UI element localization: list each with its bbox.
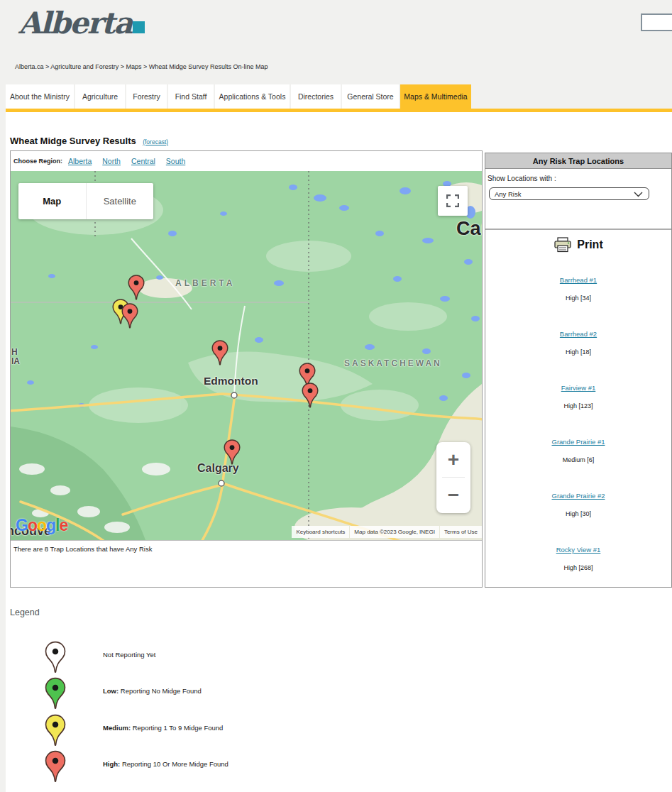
trap-marker-high[interactable] bbox=[302, 383, 319, 408]
filter-area: Show Locations with : Any Risk bbox=[485, 169, 671, 229]
map-panel: Choose Region: Alberta North Central Sou… bbox=[10, 150, 483, 588]
tab-general-store[interactable]: General Store bbox=[342, 84, 399, 109]
trap-location-item: Rocky View #1 High [268] bbox=[485, 542, 671, 596]
label-bc-partial-2: IA bbox=[11, 356, 20, 366]
trap-location-value: High [34] bbox=[485, 295, 671, 302]
zoom-out-button[interactable]: − bbox=[436, 478, 470, 512]
trap-marker-high[interactable] bbox=[128, 275, 145, 300]
nav-tabs: About the Ministry Agriculture Forestry … bbox=[6, 84, 473, 109]
print-label: Print bbox=[577, 238, 602, 251]
map-type-control: Map Satellite bbox=[18, 183, 153, 219]
tab-forestry[interactable]: Forestry bbox=[126, 84, 167, 109]
red-pin-icon bbox=[45, 750, 66, 783]
choose-region-bar: Choose Region: Alberta North Central Sou… bbox=[11, 151, 482, 171]
trap-location-link[interactable]: Grande Prairie #1 bbox=[552, 438, 605, 446]
trap-location-item: Grande Prairie #1 Medium [6] bbox=[485, 434, 671, 488]
region-link-south[interactable]: South bbox=[166, 157, 185, 165]
label-bc-partial-1: H bbox=[11, 347, 18, 357]
green-pin-icon bbox=[45, 677, 66, 710]
map-view-button[interactable]: Map bbox=[18, 183, 86, 219]
trap-location-link[interactable]: Barrhead #1 bbox=[560, 276, 597, 284]
map-data-text: Map data ©2023 Google, INEGI bbox=[350, 526, 439, 538]
region-link-alberta[interactable]: Alberta bbox=[68, 157, 92, 165]
filter-label: Show Locations with : bbox=[488, 175, 671, 182]
alberta-logo[interactable]: Alberta bbox=[18, 6, 145, 50]
tab-applications-tools[interactable]: Applications & Tools bbox=[215, 84, 290, 109]
trap-location-item: Grande Prairie #2 High [30] bbox=[485, 488, 671, 542]
sidebar-title: Any Risk Trap Locations bbox=[485, 153, 671, 169]
alberta-logo-text: Alberta bbox=[18, 6, 131, 40]
risk-filter-select[interactable]: Any Risk bbox=[489, 187, 649, 200]
trap-marker-high[interactable] bbox=[211, 340, 228, 365]
trap-location-value: Medium [6] bbox=[485, 456, 671, 463]
trap-location-item: Barrhead #1 High [34] bbox=[485, 273, 671, 326]
yellow-pin-icon bbox=[45, 714, 66, 747]
legend-label: Not Reporting Yet bbox=[103, 651, 155, 659]
trap-location-link[interactable]: Grande Prairie #2 bbox=[552, 492, 605, 500]
map-attribution: Keyboard shortcuts Map data ©2023 Google… bbox=[291, 526, 482, 538]
forecast-link[interactable]: (forecast) bbox=[143, 138, 168, 145]
page-root: Alberta Alberta.ca > Agriculture and For… bbox=[0, 0, 672, 792]
legend-label: Medium: Reporting 1 To 9 Midge Found bbox=[103, 724, 223, 732]
search-input[interactable] bbox=[641, 13, 672, 31]
trap-location-item: Barrhead #2 High [18] bbox=[485, 326, 671, 380]
legend-item-not-reporting: Not Reporting Yet bbox=[45, 641, 66, 675]
breadcrumb[interactable]: Alberta.ca > Agriculture and Forestry > … bbox=[15, 63, 268, 70]
zoom-in-button[interactable]: + bbox=[436, 442, 470, 477]
page-title: Wheat Midge Survey Results bbox=[10, 136, 136, 146]
google-map[interactable]: ALBERTA SASKATCHEWAN Edmonton Calgary Ca… bbox=[11, 171, 482, 540]
print-and-list-section: Print Barrhead #1 High [34] Barrhead #2 … bbox=[485, 229, 671, 586]
trap-location-value: High [18] bbox=[485, 348, 671, 356]
legend-item-medium: Medium: Reporting 1 To 9 Midge Found bbox=[45, 714, 66, 748]
legend-item-low: Low: Reporting No Midge Found bbox=[45, 677, 66, 711]
map-terrain bbox=[11, 171, 482, 540]
trap-locations-sidebar: Any Risk Trap Locations Show Locations w… bbox=[485, 153, 672, 588]
printer-icon bbox=[553, 237, 572, 253]
trap-location-link[interactable]: Rocky View #1 bbox=[556, 546, 601, 554]
trap-location-item: Fairview #1 High [123] bbox=[485, 380, 671, 434]
zoom-control: + − bbox=[436, 442, 470, 513]
fullscreen-button[interactable] bbox=[438, 186, 468, 216]
trap-marker-high[interactable] bbox=[121, 303, 138, 329]
region-link-central[interactable]: Central bbox=[131, 157, 155, 165]
trap-status-text: There are 8 Trap Locations that have Any… bbox=[13, 545, 152, 553]
label-saskatchewan: SASKATCHEWAN bbox=[344, 358, 442, 368]
fullscreen-icon bbox=[446, 194, 459, 207]
trap-location-value: High [268] bbox=[485, 564, 671, 571]
print-button[interactable]: Print bbox=[485, 230, 671, 253]
legend-title: Legend bbox=[10, 607, 40, 617]
choose-region-label: Choose Region: bbox=[13, 158, 62, 165]
tab-agriculture[interactable]: Agriculture bbox=[75, 84, 125, 109]
trap-locations-list: Barrhead #1 High [34] Barrhead #2 High [… bbox=[485, 253, 671, 596]
white-pin-icon bbox=[45, 641, 66, 673]
trap-location-link[interactable]: Barrhead #2 bbox=[560, 330, 597, 338]
tab-about-the-ministry[interactable]: About the Ministry bbox=[6, 84, 74, 109]
main-content: Wheat Midge Survey Results (forecast) Ch… bbox=[6, 112, 672, 792]
label-canada-partial: Car bbox=[456, 218, 482, 240]
satellite-view-button[interactable]: Satellite bbox=[87, 183, 154, 219]
legend-label: High: Reporting 10 Or More Midge Found bbox=[103, 760, 228, 768]
region-link-north[interactable]: North bbox=[102, 157, 121, 165]
chevron-down-icon bbox=[634, 192, 643, 197]
keyboard-shortcuts-link[interactable]: Keyboard shortcuts bbox=[292, 526, 349, 538]
legend-label: Low: Reporting No Midge Found bbox=[103, 687, 202, 695]
tab-directories[interactable]: Directories bbox=[291, 84, 341, 109]
label-edmonton: Edmonton bbox=[204, 375, 258, 387]
trap-status-box: There are 8 Trap Locations that have Any… bbox=[11, 540, 482, 587]
risk-filter-value: Any Risk bbox=[495, 190, 521, 198]
logo-accent-square-icon bbox=[133, 21, 145, 33]
legend-item-high: High: Reporting 10 Or More Midge Found bbox=[45, 750, 66, 784]
trap-location-link[interactable]: Fairview #1 bbox=[561, 384, 596, 392]
trap-marker-high[interactable] bbox=[224, 439, 241, 465]
tab-find-staff[interactable]: Find Staff bbox=[168, 84, 214, 109]
tab-maps-multimedia[interactable]: Maps & Multimedia bbox=[400, 84, 471, 109]
google-logo[interactable]: Google bbox=[16, 516, 67, 535]
trap-location-value: High [30] bbox=[485, 510, 671, 517]
label-alberta: ALBERTA bbox=[175, 278, 235, 288]
trap-location-value: High [123] bbox=[485, 402, 671, 409]
terms-of-use-link[interactable]: Terms of Use bbox=[440, 526, 482, 538]
